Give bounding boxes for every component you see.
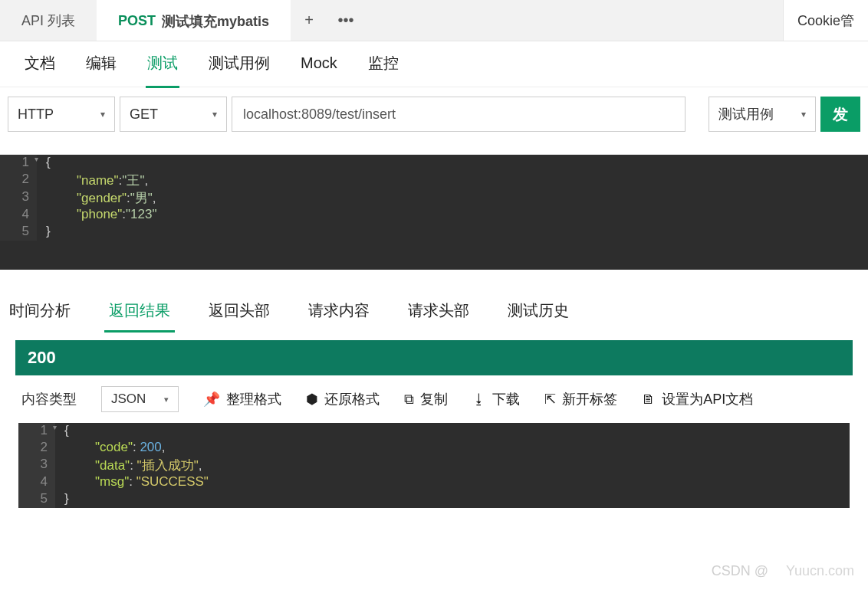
new-tab-button[interactable]: +	[291, 0, 327, 41]
line-number: 3	[18, 457, 55, 474]
tab-api-list[interactable]: API 列表	[0, 0, 97, 41]
ellipsis-icon: •••	[338, 11, 354, 29]
subnav-item-4[interactable]: Mock	[299, 42, 339, 87]
format-button[interactable]: 📌 整理格式	[203, 390, 281, 408]
result-tab-3[interactable]: 请求内容	[304, 291, 374, 333]
cube-icon: ⬢	[306, 391, 318, 408]
chevron-down-icon: ▾	[212, 109, 217, 120]
set-api-doc-button[interactable]: 🗎 设置为API文档	[642, 390, 753, 408]
content-type-label: 内容类型	[21, 390, 77, 408]
more-tabs-button[interactable]: •••	[327, 0, 364, 41]
copy-button[interactable]: ⧉ 复制	[404, 390, 448, 408]
line-number: 5	[18, 491, 55, 508]
content-type-value: JSON	[111, 392, 146, 407]
test-cases-select[interactable]: 测试用例 ▾	[709, 97, 816, 132]
plus-icon: +	[304, 11, 314, 29]
tab-method-badge: POST	[118, 13, 156, 29]
status-code: 200	[28, 348, 56, 368]
top-tabbar: API 列表 POST 测试填充mybatis + ••• Cookie管	[0, 0, 868, 41]
method-select[interactable]: GET ▾	[120, 97, 227, 132]
subnav-item-1[interactable]: 编辑	[84, 41, 118, 88]
chevron-down-icon: ▾	[801, 109, 806, 120]
request-row: HTTP ▾ GET ▾ 测试用例 ▾ 发	[0, 87, 868, 141]
subnav-item-2[interactable]: 测试	[146, 41, 179, 88]
open-new-tab-button[interactable]: ⇱ 新开标签	[544, 390, 617, 408]
code-line[interactable]: }	[37, 224, 51, 241]
url-input[interactable]	[232, 97, 686, 132]
code-line[interactable]: "msg": "SUCCESS"	[55, 474, 209, 491]
unformat-button[interactable]: ⬢ 还原格式	[306, 390, 380, 408]
code-line[interactable]: "data": "插入成功",	[55, 457, 202, 474]
code-line[interactable]: }	[55, 491, 69, 508]
subnav-item-5[interactable]: 监控	[367, 41, 400, 88]
chevron-down-icon: ▾	[164, 395, 169, 405]
line-number: 3	[0, 189, 37, 207]
set-api-doc-label: 设置为API文档	[662, 390, 753, 408]
method-value: GET	[130, 106, 158, 123]
line-number: 4	[18, 474, 55, 491]
result-tab-4[interactable]: 请求头部	[403, 291, 474, 333]
response-body-editor[interactable]: 1{2"code": 200,3"data": "插入成功",4"msg": "…	[18, 423, 850, 508]
tab-api-list-label: API 列表	[21, 11, 75, 30]
subnav-item-3[interactable]: 测试用例	[207, 41, 271, 88]
code-line[interactable]: {	[37, 155, 51, 172]
download-icon: ⭳	[472, 392, 486, 408]
result-tab-2[interactable]: 返回头部	[204, 291, 275, 333]
line-number: 2	[18, 440, 55, 457]
line-number: 2	[0, 172, 37, 189]
line-number: 4	[0, 207, 37, 224]
line-number: 1	[18, 423, 55, 440]
pin-icon: 📌	[203, 391, 220, 408]
line-number: 5	[0, 224, 37, 241]
request-body-editor[interactable]: 1{2"name":"王",3"gender":"男",4"phone":"12…	[0, 155, 868, 270]
tab-active-request[interactable]: POST 测试填充mybatis	[97, 0, 291, 41]
test-cases-label: 测试用例	[718, 105, 774, 123]
watermark-csdn: CSDN @	[712, 563, 768, 579]
protocol-select[interactable]: HTTP ▾	[8, 97, 115, 132]
cookie-manage-button[interactable]: Cookie管	[783, 0, 868, 41]
format-label: 整理格式	[226, 390, 281, 408]
result-tab-1[interactable]: 返回结果	[104, 291, 175, 333]
code-line[interactable]: "gender":"男",	[37, 189, 156, 207]
unformat-label: 还原格式	[324, 390, 380, 408]
code-line[interactable]: "phone":"123"	[37, 207, 157, 224]
download-label: 下载	[492, 390, 520, 408]
page-subnav: 文档编辑测试测试用例Mock监控	[0, 41, 868, 87]
code-line[interactable]: "name":"王",	[37, 172, 148, 189]
watermark: Yuucn.com	[786, 563, 854, 579]
tab-title: 测试填充mybatis	[162, 12, 269, 31]
line-number: 1	[0, 155, 37, 172]
external-link-icon: ⇱	[544, 391, 556, 408]
result-tab-5[interactable]: 测试历史	[503, 291, 574, 333]
new-tab-label: 新开标签	[562, 390, 617, 408]
copy-icon: ⧉	[404, 392, 414, 408]
subnav-item-0[interactable]: 文档	[23, 41, 57, 88]
code-line[interactable]: {	[55, 423, 69, 440]
content-type-select[interactable]: JSON ▾	[101, 386, 179, 412]
status-bar: 200	[15, 340, 853, 375]
copy-label: 复制	[420, 390, 448, 408]
send-button[interactable]: 发	[820, 97, 860, 132]
download-button[interactable]: ⭳ 下载	[472, 390, 520, 408]
cookie-manage-label: Cookie管	[797, 11, 854, 30]
spacer	[364, 0, 783, 41]
chevron-down-icon: ▾	[100, 109, 105, 120]
divider	[0, 141, 868, 155]
document-icon: 🗎	[642, 392, 656, 408]
result-tab-0[interactable]: 时间分析	[5, 291, 75, 333]
response-toolbar: 内容类型 JSON ▾ 📌 整理格式 ⬢ 还原格式 ⧉ 复制 ⭳ 下载 ⇱ 新开…	[0, 375, 868, 423]
result-tabs: 时间分析返回结果返回头部请求内容请求头部测试历史	[0, 291, 868, 333]
protocol-value: HTTP	[18, 106, 54, 123]
code-line[interactable]: "code": 200,	[55, 440, 166, 457]
